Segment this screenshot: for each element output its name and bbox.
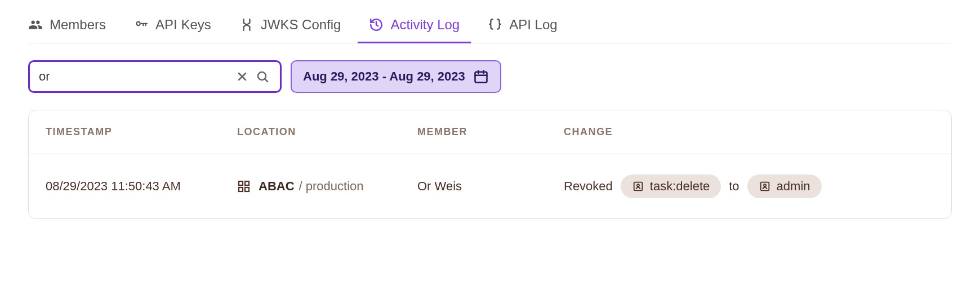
svg-rect-4 [475, 72, 487, 83]
table-row: 08/29/2023 11:50:43 AM ABAC / production… [29, 154, 951, 218]
grid-icon [237, 180, 251, 193]
change-verb: Revoked [564, 179, 613, 194]
cell-timestamp: 08/29/2023 11:50:43 AM [46, 179, 237, 194]
date-range-picker[interactable]: Aug 29, 2023 - Aug 29, 2023 [291, 60, 501, 93]
tabs-bar: Members API Keys JWKS Config Activity Lo… [28, 11, 952, 43]
role-label: admin [777, 179, 810, 194]
tab-label: Members [50, 17, 106, 33]
cell-location: ABAC / production [237, 179, 417, 194]
braces-icon [488, 17, 502, 32]
tab-api-log[interactable]: API Log [488, 11, 557, 43]
key-icon [134, 17, 149, 32]
search-input[interactable] [39, 69, 230, 84]
location-sub: / production [299, 179, 364, 194]
svg-rect-8 [239, 181, 243, 185]
tab-members[interactable]: Members [28, 11, 106, 43]
clear-icon[interactable] [234, 68, 251, 85]
location-main: ABAC [259, 179, 295, 194]
tab-label: JWKS Config [261, 17, 341, 33]
tab-label: API Log [509, 17, 557, 33]
change-connector: to [729, 179, 739, 194]
badge-icon [632, 180, 644, 193]
tab-jwks-config[interactable]: JWKS Config [239, 11, 341, 43]
cell-change: Revoked task:delete to admin [564, 175, 934, 198]
tab-activity-log[interactable]: Activity Log [369, 11, 460, 43]
tab-label: API Keys [155, 17, 211, 33]
svg-line-3 [265, 79, 268, 82]
col-header-change: CHANGE [564, 126, 934, 138]
table-header: TIMESTAMP LOCATION MEMBER CHANGE [29, 110, 951, 154]
badge-icon [759, 180, 771, 193]
svg-rect-10 [239, 187, 243, 191]
calendar-icon [473, 69, 489, 84]
tab-label: Activity Log [390, 17, 460, 33]
permission-chip: task:delete [621, 175, 721, 198]
members-icon [28, 17, 43, 32]
history-icon [369, 17, 384, 32]
col-header-member: MEMBER [417, 126, 564, 138]
col-header-location: LOCATION [237, 126, 417, 138]
col-header-timestamp: TIMESTAMP [46, 126, 237, 138]
role-chip: admin [747, 175, 822, 198]
controls-row: Aug 29, 2023 - Aug 29, 2023 [28, 60, 952, 93]
svg-point-15 [764, 184, 766, 186]
search-box[interactable] [28, 60, 282, 93]
svg-point-13 [637, 184, 639, 186]
date-range-label: Aug 29, 2023 - Aug 29, 2023 [303, 69, 465, 84]
permission-label: task:delete [650, 179, 710, 194]
jwks-icon [239, 17, 254, 32]
svg-rect-9 [245, 181, 249, 185]
cell-member: Or Weis [417, 179, 564, 194]
tab-api-keys[interactable]: API Keys [134, 11, 211, 43]
search-icon[interactable] [254, 68, 271, 85]
activity-table: TIMESTAMP LOCATION MEMBER CHANGE 08/29/2… [28, 110, 952, 219]
svg-rect-11 [245, 187, 249, 191]
